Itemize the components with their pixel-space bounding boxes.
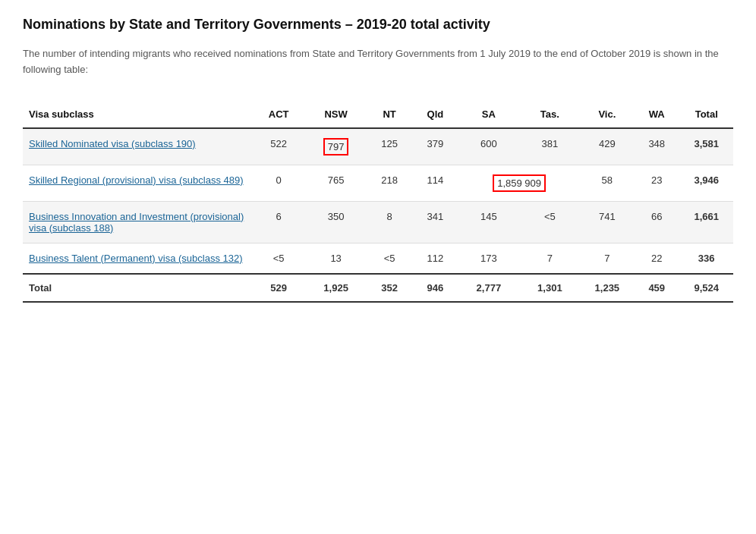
cell-nsw: 765: [305, 165, 367, 201]
cell-qld: 114: [412, 165, 458, 201]
cell-wa: 66: [634, 201, 679, 243]
visa-link[interactable]: Skilled Regional (provisional) visa (sub…: [29, 174, 244, 186]
cell-qld: 112: [412, 243, 458, 274]
col-header-act: ACT: [252, 101, 305, 128]
cell-tas: <5: [519, 201, 581, 243]
col-header-total: Total: [679, 101, 733, 128]
cell-vic: 58: [581, 165, 634, 201]
col-header-nsw: NSW: [305, 101, 367, 128]
sa-tas-highlight: 1,859 909: [493, 174, 546, 192]
cell-tas: 381: [519, 128, 581, 165]
col-header-vic: Vic.: [581, 101, 634, 128]
cell-nsw: 797: [305, 128, 367, 165]
table-row: Business Innovation and Investment (prov…: [23, 201, 733, 243]
cell-sa: 173: [458, 243, 520, 274]
cell-act: 0: [252, 165, 305, 201]
col-header-nt: NT: [367, 101, 412, 128]
cell-total: 336: [679, 243, 733, 274]
totals-vic: 1,235: [581, 274, 634, 302]
cell-vic: 429: [581, 128, 634, 165]
cell-sa: 145: [458, 201, 520, 243]
cell-total: 1,661: [679, 201, 733, 243]
page-title: Nominations by State and Territory Gover…: [23, 15, 733, 34]
col-header-qld: Qld: [412, 101, 458, 128]
table-row: Skilled Regional (provisional) visa (sub…: [23, 165, 733, 201]
totals-act: 529: [252, 274, 305, 302]
cell-tas: 7: [519, 243, 581, 274]
cell-act: 6: [252, 201, 305, 243]
cell-wa: 23: [634, 165, 679, 201]
cell-sa: 600: [458, 128, 520, 165]
cell-qld: 341: [412, 201, 458, 243]
cell-act: 522: [252, 128, 305, 165]
col-header-tas: Tas.: [519, 101, 581, 128]
cell-total: 3,581: [679, 128, 733, 165]
cell-nt: 125: [367, 128, 412, 165]
cell-total: 3,946: [679, 165, 733, 201]
totals-label: Total: [23, 274, 252, 302]
totals-tas: 1,301: [519, 274, 581, 302]
nominations-table: Visa subclass ACT NSW NT Qld SA Tas. Vic…: [23, 101, 733, 303]
description: The number of intending migrants who rec…: [23, 46, 733, 78]
cell-nt: <5: [367, 243, 412, 274]
table-totals-row: Total 529 1,925 352 946 2,777 1,301 1,23…: [23, 274, 733, 302]
cell-vic: 741: [581, 201, 634, 243]
col-header-sa: SA: [458, 101, 520, 128]
cell-visa: Business Talent (Permanent) visa (subcla…: [23, 243, 252, 274]
cell-qld: 379: [412, 128, 458, 165]
cell-visa: Skilled Nominated visa (subclass 190): [23, 128, 252, 165]
cell-wa: 348: [634, 128, 679, 165]
cell-act: <5: [252, 243, 305, 274]
cell-visa: Skilled Regional (provisional) visa (sub…: [23, 165, 252, 201]
totals-wa: 459: [634, 274, 679, 302]
table-row: Skilled Nominated visa (subclass 190)522…: [23, 128, 733, 165]
cell-visa: Business Innovation and Investment (prov…: [23, 201, 252, 243]
totals-nt: 352: [367, 274, 412, 302]
visa-link[interactable]: Business Talent (Permanent) visa (subcla…: [29, 253, 243, 264]
totals-qld: 946: [412, 274, 458, 302]
cell-sa-tas-combined: 1,859 909: [458, 165, 581, 201]
totals-total: 9,524: [679, 274, 733, 302]
cell-nsw: 13: [305, 243, 367, 274]
totals-sa: 2,777: [458, 274, 520, 302]
visa-link[interactable]: Business Innovation and Investment (prov…: [29, 211, 244, 234]
cell-wa: 22: [634, 243, 679, 274]
col-header-wa: WA: [634, 101, 679, 128]
cell-vic: 7: [581, 243, 634, 274]
visa-link[interactable]: Skilled Nominated visa (subclass 190): [29, 138, 196, 149]
table-row: Business Talent (Permanent) visa (subcla…: [23, 243, 733, 274]
col-header-visa: Visa subclass: [23, 101, 252, 128]
nsw-highlight: 797: [323, 138, 349, 155]
cell-nsw: 350: [305, 201, 367, 243]
totals-nsw: 1,925: [305, 274, 367, 302]
cell-nt: 218: [367, 165, 412, 201]
table-header-row: Visa subclass ACT NSW NT Qld SA Tas. Vic…: [23, 101, 733, 128]
cell-nt: 8: [367, 201, 412, 243]
